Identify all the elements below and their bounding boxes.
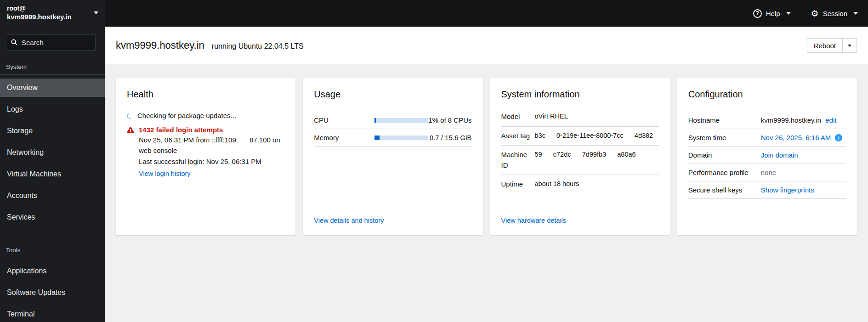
- session-menu[interactable]: ⚙ Session: [811, 9, 858, 18]
- help-menu[interactable]: ? Help: [753, 9, 791, 18]
- hostname-row: Hostname kvm9999.hostkey.in edit: [688, 112, 846, 129]
- hostname-value: kvm9999.hostkey.in: [761, 116, 821, 124]
- app-root: root@ kvm9999.hostkey.in System Overview…: [0, 0, 868, 322]
- reboot-button[interactable]: Reboot: [807, 38, 842, 53]
- health-alert-row: 1432 failed login attempts: [127, 126, 284, 134]
- alert-body: Nov 25, 06:31 PM from ::ffff:109. 87.100…: [139, 135, 284, 179]
- masthead: ? Help ⚙ Session: [105, 0, 868, 27]
- system-time-link[interactable]: Nov 26, 2025, 6:16 AM: [761, 134, 831, 141]
- asset-tag-label: Asset tag: [501, 131, 535, 141]
- sidebar-item-networking[interactable]: Networking: [0, 143, 105, 162]
- ssh-keys-label: Secure shell keys: [688, 186, 761, 194]
- model-row: Model oVirt RHEL: [501, 112, 659, 127]
- card-title: Health: [127, 89, 284, 100]
- hostname-label: Hostname: [688, 116, 761, 124]
- system-time-row: System time Nov 26, 2025, 6:16 AM i: [688, 129, 846, 147]
- spinner-icon: [126, 112, 134, 120]
- uptime-label: Uptime: [501, 179, 535, 190]
- page-subtitle: running Ubuntu 22.04.5 LTS: [212, 42, 304, 51]
- health-checking-text: Checking for package updates...: [137, 112, 236, 119]
- view-details-history-link[interactable]: View details and history: [314, 217, 471, 224]
- domain-label: Domain: [688, 151, 761, 159]
- sidebar-item-software-updates[interactable]: Software Updates: [0, 283, 105, 302]
- reboot-split-button: Reboot: [807, 38, 857, 53]
- uptime-value: about 18 hours: [535, 179, 659, 190]
- last-login-text: Last successful login: Nov 25, 06:31 PM: [139, 156, 284, 167]
- cpu-usage-row: CPU 1% of 8 CPUs: [314, 112, 471, 129]
- spacer: [314, 147, 471, 217]
- failed-login-text: 1432 failed login attempts: [139, 126, 223, 134]
- content-area: Health Checking for package updates... 1…: [105, 64, 868, 322]
- usage-card: Usage CPU 1% of 8 CPUs Memory 0.7 / 1: [303, 78, 482, 235]
- warning-triangle-icon: [127, 127, 134, 133]
- configuration-card: Configuration Hostname kvm9999.hostkey.i…: [677, 78, 857, 235]
- session-caret-icon: [853, 12, 858, 15]
- ssh-keys-row: Secure shell keys Show fingerprints: [688, 181, 846, 199]
- cpu-progressbar: [374, 118, 428, 123]
- performance-profile-row: Performance profile none: [688, 164, 846, 181]
- help-icon: ?: [753, 9, 762, 18]
- card-title: System information: [501, 89, 659, 100]
- nav-section-title: Tools: [0, 247, 105, 258]
- brand-text: root@ kvm9999.hostkey.in: [7, 4, 72, 22]
- sidebar-item-accounts[interactable]: Accounts: [0, 186, 105, 205]
- sidebar-nav: System Overview Logs Storage Networking …: [0, 62, 105, 322]
- view-hardware-details-link[interactable]: View hardware details: [501, 217, 659, 224]
- host-switcher[interactable]: root@ kvm9999.hostkey.in: [0, 0, 105, 25]
- help-caret-icon: [786, 12, 791, 15]
- nav-divider: [0, 258, 105, 258]
- memory-value: 0.7 / 15.6 GiB: [428, 134, 471, 141]
- login-detail-text: Nov 25, 06:31 PM from ::ffff:109. 87.100…: [139, 135, 284, 156]
- search-box[interactable]: [6, 34, 96, 51]
- info-icon[interactable]: i: [835, 134, 842, 141]
- spacer: [501, 194, 659, 217]
- sidebar: root@ kvm9999.hostkey.in System Overview…: [0, 0, 105, 322]
- sidebar-item-storage[interactable]: Storage: [0, 122, 105, 140]
- uptime-row: Uptime about 18 hours: [501, 175, 659, 194]
- machine-id-row: Machine ID 59 c72dc 7d99fb3 a80a6: [501, 146, 659, 175]
- cpu-label: CPU: [314, 116, 374, 124]
- show-fingerprints-link[interactable]: Show fingerprints: [761, 186, 814, 194]
- domain-row: Domain Join domain: [688, 147, 846, 164]
- system-information-card: System information Model oVirt RHEL Asse…: [490, 78, 670, 235]
- edit-hostname-link[interactable]: edit: [825, 116, 836, 124]
- sidebar-item-services[interactable]: Services: [0, 208, 105, 226]
- model-label: Model: [501, 112, 535, 122]
- sidebar-item-applications[interactable]: Applications: [0, 262, 105, 280]
- sidebar-item-terminal[interactable]: Terminal: [0, 305, 105, 322]
- machine-id-label: Machine ID: [501, 150, 535, 170]
- cpu-value: 1% of 8 CPUs: [428, 116, 471, 124]
- reboot-caret-button[interactable]: [842, 38, 857, 53]
- nav-section-system: System Overview Logs Storage Networking …: [0, 63, 105, 226]
- machine-id-value: 59 c72dc 7d99fb3 a80a6: [535, 150, 659, 170]
- view-login-history-link[interactable]: View login history: [139, 169, 191, 179]
- join-domain-link[interactable]: Join domain: [761, 151, 798, 159]
- model-value: oVirt RHEL: [535, 112, 659, 122]
- memory-progress-fill: [374, 136, 380, 140]
- sidebar-item-logs[interactable]: Logs: [0, 100, 105, 119]
- host-switcher-caret-icon: [94, 11, 98, 14]
- sidebar-item-overview[interactable]: Overview: [0, 79, 105, 97]
- health-checking-row: Checking for package updates...: [127, 112, 284, 119]
- card-title: Usage: [314, 89, 471, 100]
- health-card: Health Checking for package updates... 1…: [116, 78, 295, 235]
- asset-tag-value: b3c 0-219e-11ee-8000-7cc 4d382: [535, 131, 659, 141]
- spacer: [127, 179, 284, 224]
- page-header: kvm9999.hostkey.in running Ubuntu 22.04.…: [105, 27, 868, 64]
- page-title: kvm9999.hostkey.in: [116, 40, 204, 51]
- memory-progressbar: [374, 136, 428, 140]
- nav-divider: [0, 74, 105, 75]
- brand-user: root@: [7, 4, 72, 12]
- performance-profile-value: none: [761, 169, 776, 176]
- nav-section-tools: Tools Applications Software Updates Term…: [0, 247, 105, 322]
- system-time-label: System time: [688, 134, 761, 141]
- sidebar-item-virtual-machines[interactable]: Virtual Machines: [0, 165, 105, 183]
- search-icon: [11, 39, 17, 45]
- cpu-progress-fill: [374, 118, 375, 123]
- performance-profile-label: Performance profile: [688, 169, 761, 176]
- memory-usage-row: Memory 0.7 / 15.6 GiB: [314, 129, 471, 147]
- memory-label: Memory: [314, 134, 374, 141]
- session-label: Session: [823, 10, 847, 17]
- caret-down-icon: [848, 45, 851, 47]
- search-input[interactable]: [22, 39, 91, 46]
